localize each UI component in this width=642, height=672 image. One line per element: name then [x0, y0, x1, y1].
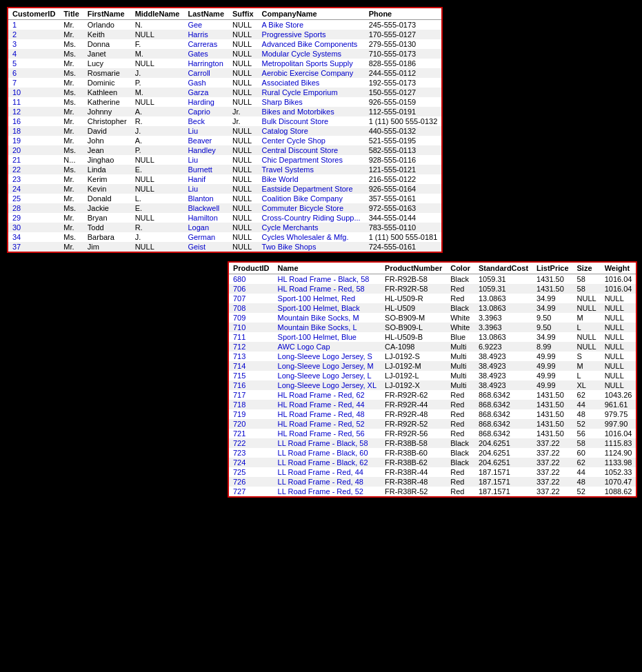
- table-cell: 1124.90: [601, 448, 636, 458]
- table-row: 725LL Road Frame - Red, 44FR-R38R-44Red1…: [229, 467, 636, 477]
- table-cell: FR-R92R-48: [381, 409, 446, 419]
- table-cell: Catalog Store: [258, 126, 365, 136]
- table-cell: NULL: [131, 30, 184, 39]
- table-cell: HL Road Frame - Black, 58: [274, 274, 381, 285]
- table-cell: S: [573, 352, 601, 361]
- table-cell: 2: [8, 30, 59, 39]
- table-cell: N...: [59, 155, 83, 165]
- table-cell: Jean: [83, 145, 131, 155]
- table-cell: 710-555-0173: [365, 49, 442, 59]
- table-cell: 337.22: [532, 467, 572, 477]
- table-cell: NULL: [228, 78, 258, 88]
- table-cell: Linda: [83, 165, 131, 174]
- table-cell: 357-555-0161: [365, 194, 442, 203]
- table-row: 12Mr.JohnnyA.CaprioJr.Bikes and Motorbik…: [8, 107, 441, 116]
- table-cell: NULL: [228, 88, 258, 97]
- table-cell: 216-555-0122: [365, 174, 442, 184]
- table-cell: Bike World: [258, 174, 365, 184]
- table-cell: 12: [8, 107, 59, 116]
- table-cell: 58: [573, 274, 601, 285]
- table-cell: 680: [229, 274, 274, 285]
- table-cell: R.: [131, 116, 184, 126]
- table-cell: Mr.: [59, 59, 83, 68]
- table-cell: 868.6342: [474, 419, 532, 429]
- table-cell: 720: [229, 419, 274, 429]
- table-cell: Ms.: [59, 165, 83, 174]
- table-cell: L: [573, 371, 601, 380]
- table-cell: 49.99: [532, 361, 572, 371]
- table-row: 717HL Road Frame - Red, 62FR-R92R-62Red8…: [229, 390, 636, 400]
- table-cell: NULL: [131, 174, 184, 184]
- table-cell: L: [573, 323, 601, 332]
- table-row: 21N...JinghaoNULLLiuNULLChic Department …: [8, 155, 441, 165]
- table-cell: Metropolitan Sports Supply: [258, 59, 365, 68]
- col-suffix: Suffix: [228, 8, 258, 20]
- table-cell: Sharp Bikes: [258, 97, 365, 107]
- table-row: 720HL Road Frame - Red, 52FR-R92R-52Red8…: [229, 419, 636, 429]
- table-cell: 928-555-0116: [365, 155, 442, 165]
- table-cell: 11: [8, 97, 59, 107]
- table-cell: Garza: [183, 88, 228, 97]
- table-cell: HL-U509: [381, 303, 446, 313]
- table-cell: 49.99: [532, 352, 572, 361]
- table-row: 1Mr.OrlandoN.GeeNULLA Bike Store245-555-…: [8, 20, 441, 30]
- table-cell: Cross-Country Riding Supp...: [258, 213, 365, 223]
- table-cell: 1088.62: [601, 487, 636, 496]
- table-row: 24Mr.KevinNULLLiuNULLEastside Department…: [8, 184, 441, 194]
- table-cell: 34.99: [532, 332, 572, 342]
- table-cell: Sport-100 Helmet, Red: [274, 294, 381, 303]
- table-row: 5Mr.LucyNULLHarringtonNULLMetropolitan S…: [8, 59, 441, 68]
- table-row: 680HL Road Frame - Black, 58FR-R92B-58Bl…: [229, 274, 636, 285]
- table-cell: 58: [573, 438, 601, 448]
- table-cell: LL Road Frame - Black, 58: [274, 438, 381, 448]
- table-row: 707Sport-100 Helmet, RedHL-U509-RRed13.0…: [229, 294, 636, 303]
- table-cell: HL-U509-B: [381, 332, 446, 342]
- table-cell: Central Discount Store: [258, 145, 365, 155]
- table-row: 6Ms.RosmarieJ.CarrollNULLAerobic Exercis…: [8, 68, 441, 78]
- table-cell: Kevin: [83, 184, 131, 194]
- table-cell: NULL: [228, 232, 258, 242]
- table-cell: FR-R92R-62: [381, 390, 446, 400]
- table-cell: LJ-0192-L: [381, 371, 446, 380]
- table-cell: NULL: [228, 223, 258, 232]
- table-cell: 706: [229, 284, 274, 294]
- table-cell: Jr.: [228, 107, 258, 116]
- table-cell: 713: [229, 352, 274, 361]
- table-cell: 56: [573, 429, 601, 438]
- table-cell: Harrington: [183, 59, 228, 68]
- table-row: 706HL Road Frame - Red, 58FR-R92R-58Red1…: [229, 284, 636, 294]
- table-cell: NULL: [573, 342, 601, 352]
- table-cell: Jackie: [83, 203, 131, 213]
- table-cell: LL Road Frame - Black, 62: [274, 458, 381, 467]
- table-cell: Liu: [183, 184, 228, 194]
- table-cell: 718: [229, 400, 274, 409]
- table-cell: 3: [8, 39, 59, 49]
- table-cell: 5: [8, 59, 59, 68]
- table-cell: FR-R92R-58: [381, 284, 446, 294]
- table-cell: 187.1571: [474, 487, 532, 496]
- table-cell: Associated Bikes: [258, 78, 365, 88]
- table-cell: 49.99: [532, 371, 572, 380]
- table-row: 718HL Road Frame - Red, 44FR-R92R-44Red8…: [229, 400, 636, 409]
- col-lastname: LastName: [183, 8, 228, 20]
- table-cell: Beck: [183, 116, 228, 126]
- table-cell: Black: [446, 438, 474, 448]
- table-cell: Long-Sleeve Logo Jersey, S: [274, 352, 381, 361]
- table-cell: 716: [229, 380, 274, 390]
- table-cell: NULL: [228, 184, 258, 194]
- table-cell: Red: [446, 400, 474, 409]
- table-cell: Mountain Bike Socks, L: [274, 323, 381, 332]
- table-cell: 1059.31: [474, 284, 532, 294]
- table-cell: 38.4923: [474, 361, 532, 371]
- table-cell: NULL: [131, 59, 184, 68]
- table-cell: 38.4923: [474, 371, 532, 380]
- table-cell: Ms.: [59, 232, 83, 242]
- table-cell: 783-555-0110: [365, 223, 442, 232]
- table-cell: 30: [8, 223, 59, 232]
- table-cell: Two Bike Shops: [258, 242, 365, 252]
- table-row: 11Ms.KatherineNULLHardingNULLSharp Bikes…: [8, 97, 441, 107]
- table-cell: XL: [573, 380, 601, 390]
- table-cell: 344-555-0144: [365, 213, 442, 223]
- table-cell: NULL: [131, 213, 184, 223]
- table-cell: 22: [8, 165, 59, 174]
